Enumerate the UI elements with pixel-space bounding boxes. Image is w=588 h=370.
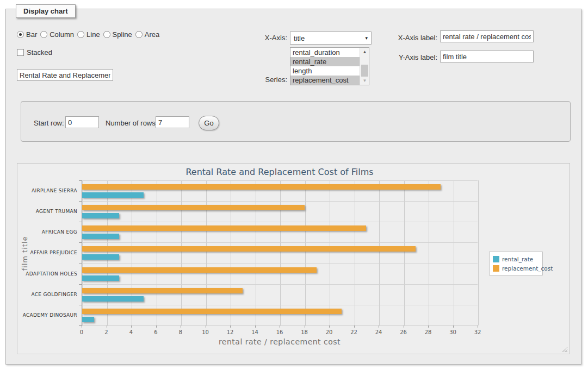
bar-replacement_cost[interactable] [82,225,366,231]
x-axis-tick-label: 8 [170,329,191,335]
stacked-checkbox[interactable] [17,49,24,56]
number-of-rows-input[interactable] [156,116,189,128]
y-axis-tick [79,180,82,181]
chart-type-radio-spline[interactable]: Spline [103,30,132,39]
y-axis-category-label: AGENT TRUMAN [17,201,77,222]
series-option-rental_duration[interactable]: rental_duration [290,48,360,57]
x-axis-label-input[interactable] [440,30,534,42]
x-axis-tick-label: 14 [244,329,266,335]
y-axis-label-input[interactable] [440,51,534,62]
category-band [82,284,478,305]
y-axis-tick [79,305,82,305]
x-axis-tick [82,325,82,328]
bar-replacement_cost[interactable] [82,309,342,314]
radio-label: Column [49,30,74,39]
radio-icon[interactable] [77,31,84,38]
x-axis-tick-label: 16 [269,329,290,335]
legend-swatch-icon [493,265,499,272]
category-band [82,222,478,242]
x-axis-select-label: X-Axis: [240,34,287,42]
y-axis-category-label: ADAPTATION HOLES [17,264,77,284]
x-axis-tick [131,325,132,328]
page: { "panel": { "legend": "Display chart" }… [0,0,588,370]
legend-item-replacement_cost[interactable]: replacement_cost [493,264,539,273]
x-axis-select-value: title [294,34,305,42]
bar-replacement_cost[interactable] [82,267,317,273]
series-option-rental_rate[interactable]: rental_rate [290,57,360,66]
bar-rental_rate[interactable] [82,213,119,218]
series-option-length[interactable]: length [290,66,360,76]
x-axis-tick [156,325,157,328]
y-axis-category-label: AFFAIR PREJUDICE [17,242,77,263]
x-axis-tick [404,325,404,328]
x-axis-tick [305,325,305,328]
gridline [478,180,479,325]
y-axis-tick [79,325,82,326]
bar-rental_rate[interactable] [82,296,144,302]
scrollbar-thumb[interactable] [361,65,368,77]
y-axis-category-label: AIRPLANE SIERRA [17,180,77,201]
category-band [82,180,478,201]
x-axis-tick-label: 32 [467,329,488,335]
y-axis-tick [79,201,82,202]
x-axis-tick-label: 2 [96,329,117,335]
radio-label: Spline [113,30,132,39]
chart-type-radio-area[interactable]: Area [135,30,159,39]
chart-type-radio-line[interactable]: Line [77,30,100,39]
scroll-up-icon[interactable]: ▲ [360,48,369,56]
bar-replacement_cost[interactable] [82,246,416,252]
x-axis-tick-label: 20 [318,329,340,335]
x-axis-tick [230,325,231,328]
start-row-input[interactable] [65,116,99,128]
x-axis-tick [428,325,429,328]
chart-x-axis-title: rental rate / replacement cost [82,337,478,346]
chart-type-radio-bar[interactable]: Bar [17,30,37,39]
bar-replacement_cost[interactable] [82,205,305,210]
radio-label: Line [86,30,100,39]
x-axis-tick-label: 30 [442,329,464,335]
x-axis-tick-label: 22 [343,329,365,335]
radio-icon[interactable] [135,31,143,38]
bar-rental_rate[interactable] [82,317,94,322]
series-select-label: Series: [240,76,287,84]
chevron-down-icon: ▾ [365,35,368,41]
series-option-replacement_cost[interactable]: replacement_cost [290,76,360,85]
y-axis-tick [79,242,82,243]
legend-item-rental_rate[interactable]: rental_rate [493,254,539,264]
fieldset-legend: Display chart [16,4,76,18]
category-band [82,242,478,263]
x-axis-select[interactable]: title ▾ [290,32,372,45]
bar-rental_rate[interactable] [82,254,119,260]
y-axis-category-label: ACADEMY DINOSAUR [17,305,77,325]
chart-title-input[interactable] [17,69,113,81]
chart-title: Rental Rate and Replacement Cost of Film… [82,167,478,177]
x-axis-tick [379,325,379,328]
y-axis-category-label: ACE GOLDFINGER [17,284,77,305]
stacked-checkbox-row: Stacked [17,48,52,57]
bar-rental_rate[interactable] [82,192,144,198]
bar-replacement_cost[interactable] [82,288,243,293]
scroll-down-icon[interactable]: ▼ [360,77,369,85]
x-axis-tick [107,325,107,328]
chart-type-radio-column[interactable]: Column [40,30,74,39]
bar-replacement_cost[interactable] [82,184,441,190]
x-axis-tick [206,325,206,328]
radio-label: Area [145,30,159,39]
y-axis-tick [79,264,82,264]
radio-icon[interactable] [40,31,47,38]
row-range-panel: Start row: Number of rows: Go [21,101,571,142]
category-band [82,305,478,325]
radio-icon[interactable] [103,31,110,38]
x-axis-tick-label: 12 [219,329,241,335]
resize-grip-icon[interactable] [562,346,568,352]
x-axis-tick-label: 24 [368,329,389,335]
bar-rental_rate[interactable] [82,234,119,239]
x-axis-label-label: X-Axis label: [381,34,437,42]
radio-icon[interactable] [17,31,24,38]
go-button[interactable]: Go [199,116,219,130]
series-listbox[interactable]: rental_durationrental_ratelengthreplacem… [290,47,369,85]
bar-rental_rate[interactable] [82,275,119,281]
category-band [82,201,478,222]
series-listbox-scrollbar[interactable]: ▲ ▼ [360,48,369,85]
y-axis-tick [79,222,82,222]
